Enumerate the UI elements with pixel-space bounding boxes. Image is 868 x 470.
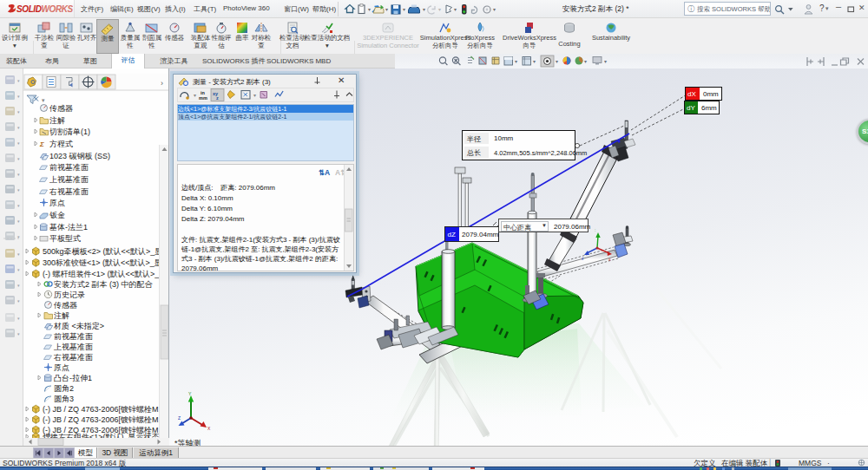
svg-text::: : — [595, 227, 595, 232]
svg-text:▾: ▾ — [423, 7, 425, 12]
svg-text:▾: ▾ — [253, 93, 256, 98]
svg-text:›: › — [161, 79, 163, 88]
svg-text:▾: ▾ — [385, 7, 388, 12]
svg-text:SOLIDWORKS: SOLIDWORKS — [16, 4, 73, 14]
svg-text:▾: ▾ — [454, 7, 457, 12]
svg-text:▾: ▾ — [17, 298, 20, 304]
svg-text:▾: ▾ — [438, 7, 441, 12]
svg-text:▾: ▾ — [17, 140, 20, 146]
svg-text:▾: ▾ — [17, 172, 20, 177]
svg-text:▾: ▾ — [533, 59, 536, 64]
svg-text:▾: ▾ — [604, 59, 607, 64]
svg-text:▾: ▾ — [17, 187, 20, 193]
svg-text:Σ: Σ — [39, 140, 44, 148]
svg-text:▾: ▾ — [194, 93, 196, 98]
svg-text:▾: ▾ — [584, 59, 587, 64]
svg-text:▾: ▾ — [17, 316, 20, 321]
svg-text:Z: Z — [178, 415, 181, 421]
svg-text:▾: ▾ — [403, 7, 405, 12]
svg-text:▾: ▾ — [17, 156, 20, 161]
svg-text:▾: ▾ — [17, 125, 20, 130]
svg-text:⇅A: ⇅A — [319, 168, 330, 177]
svg-text:▾: ▾ — [17, 283, 20, 288]
svg-text:▾: ▾ — [17, 331, 20, 336]
svg-text:mm: mm — [199, 95, 207, 101]
svg-text:▾: ▾ — [17, 219, 20, 224]
svg-text:▾: ▾ — [17, 267, 20, 272]
svg-text:▾: ▾ — [17, 203, 20, 208]
svg-text:z: z — [216, 95, 219, 101]
svg-text:▾: ▾ — [17, 109, 20, 114]
svg-text:▾: ▾ — [515, 59, 517, 64]
svg-text:▾: ▾ — [17, 94, 20, 99]
svg-text:▾: ▾ — [17, 78, 20, 83]
svg-text:▾: ▾ — [368, 7, 371, 12]
svg-text:Y: Y — [188, 392, 192, 396]
svg-text:X: X — [207, 426, 211, 430]
svg-text:▾: ▾ — [493, 7, 496, 12]
svg-text:▾: ▾ — [17, 251, 20, 257]
svg-text:▾: ▾ — [556, 59, 558, 64]
